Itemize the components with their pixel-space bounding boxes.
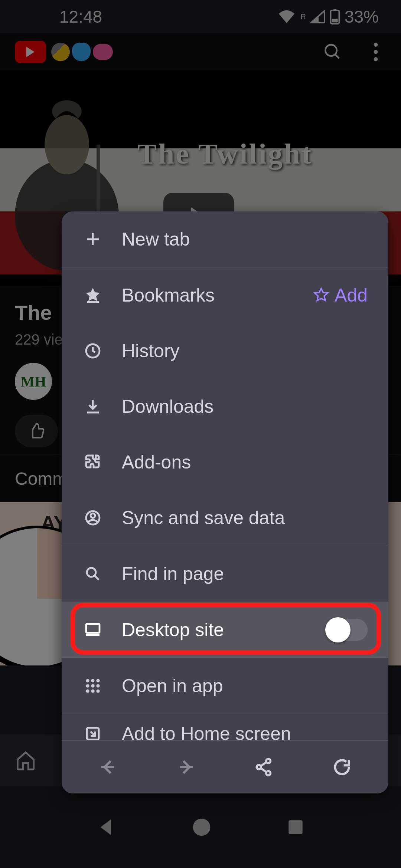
- svg-line-39: [261, 768, 267, 772]
- addon-icon: [82, 452, 103, 473]
- desktop-icon: [82, 619, 103, 640]
- menu-bookmarks[interactable]: Bookmarks Add: [62, 267, 388, 323]
- svg-rect-23: [86, 624, 100, 633]
- menu-label: New tab: [122, 228, 368, 250]
- svg-line-22: [95, 576, 99, 580]
- shortcut-icon: [82, 723, 103, 740]
- menu-addons[interactable]: Add-ons: [62, 434, 388, 490]
- menu-label: Desktop site: [122, 619, 308, 641]
- svg-point-26: [91, 679, 94, 682]
- history-icon: [82, 341, 103, 361]
- menu-add-home-screen[interactable]: Add to Home screen: [62, 714, 388, 740]
- menu-label: Downloads: [122, 396, 368, 417]
- menu-sync[interactable]: Sync and save data: [62, 490, 388, 546]
- svg-point-27: [96, 679, 100, 682]
- menu-label: Open in app: [122, 675, 368, 697]
- svg-point-31: [86, 689, 89, 693]
- menu-downloads[interactable]: Downloads: [62, 379, 388, 434]
- menu-find-in-page[interactable]: Find in page: [62, 546, 388, 602]
- menu-reload-button[interactable]: [329, 754, 355, 780]
- svg-point-33: [96, 689, 100, 693]
- menu-label: Add to Home screen: [122, 723, 368, 740]
- bookmark-add-label: Add: [335, 285, 368, 306]
- menu-label: Bookmarks: [122, 285, 294, 306]
- svg-point-25: [86, 679, 89, 682]
- svg-rect-17: [87, 301, 99, 303]
- menu-label: Add-ons: [122, 451, 368, 473]
- menu-bottom-nav: [62, 740, 388, 793]
- menu-share-button[interactable]: [251, 754, 277, 780]
- menu-back-button[interactable]: [95, 754, 121, 780]
- svg-point-30: [96, 684, 100, 687]
- browser-menu-panel: New tab Bookmarks Add History Downloads: [62, 211, 388, 793]
- plus-icon: [82, 229, 103, 250]
- apps-icon: [82, 675, 103, 696]
- svg-point-21: [87, 568, 96, 577]
- bookmark-icon: [82, 285, 103, 306]
- desktop-site-toggle[interactable]: [327, 619, 368, 641]
- account-icon: [82, 507, 103, 528]
- svg-point-20: [91, 513, 95, 518]
- menu-new-tab[interactable]: New tab: [62, 211, 388, 267]
- find-icon: [82, 563, 103, 584]
- svg-line-38: [261, 762, 267, 766]
- menu-forward-button[interactable]: [173, 754, 199, 780]
- bookmark-add-button[interactable]: Add: [313, 285, 368, 306]
- svg-point-28: [86, 684, 89, 687]
- menu-history[interactable]: History: [62, 323, 388, 379]
- menu-label: History: [122, 340, 368, 362]
- menu-open-in-app[interactable]: Open in app: [62, 658, 388, 714]
- svg-point-32: [91, 689, 94, 693]
- svg-point-29: [91, 684, 94, 687]
- menu-desktop-site[interactable]: Desktop site: [62, 602, 388, 658]
- menu-label: Find in page: [122, 563, 368, 585]
- download-icon: [82, 396, 103, 417]
- menu-label: Sync and save data: [122, 507, 368, 529]
